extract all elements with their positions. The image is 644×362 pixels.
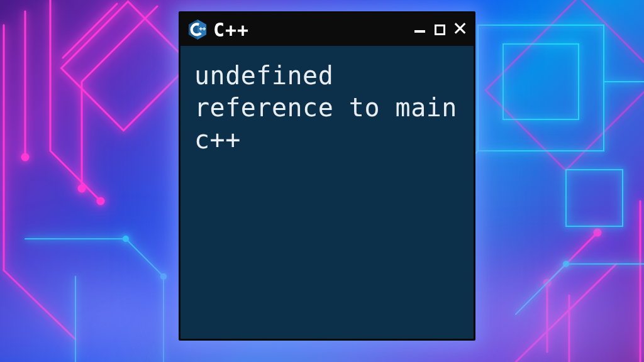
window-title: C++ [213, 19, 406, 41]
svg-rect-9 [566, 170, 623, 226]
window-titlebar[interactable]: C++ ✕ [180, 13, 474, 46]
terminal-text: undefined reference to main c++ [194, 60, 460, 156]
svg-rect-7 [503, 44, 579, 119]
svg-point-5 [544, 280, 550, 286]
terminal-window: C++ ✕ undefined reference to main c++ [179, 11, 475, 341]
svg-rect-0 [61, 1, 190, 130]
svg-point-6 [594, 229, 601, 236]
svg-rect-17 [199, 28, 203, 29]
svg-point-12 [564, 261, 569, 266]
svg-point-1 [22, 154, 28, 160]
svg-point-11 [161, 274, 166, 279]
window-controls: ✕ [412, 22, 467, 37]
svg-rect-4 [486, 0, 644, 170]
minimize-button[interactable] [412, 22, 427, 37]
close-icon: ✕ [452, 22, 468, 36]
svg-marker-14 [197, 19, 206, 40]
terminal-body[interactable]: undefined reference to main c++ [180, 46, 474, 339]
close-button[interactable]: ✕ [452, 22, 467, 37]
svg-point-10 [123, 236, 128, 241]
maximize-icon [435, 25, 445, 35]
maximize-button[interactable] [432, 22, 447, 37]
svg-rect-8 [478, 25, 604, 151]
cpp-logo-icon [188, 19, 207, 40]
svg-rect-19 [203, 28, 206, 29]
svg-point-3 [79, 185, 85, 192]
svg-point-2 [97, 198, 104, 204]
minimize-icon [414, 30, 425, 33]
